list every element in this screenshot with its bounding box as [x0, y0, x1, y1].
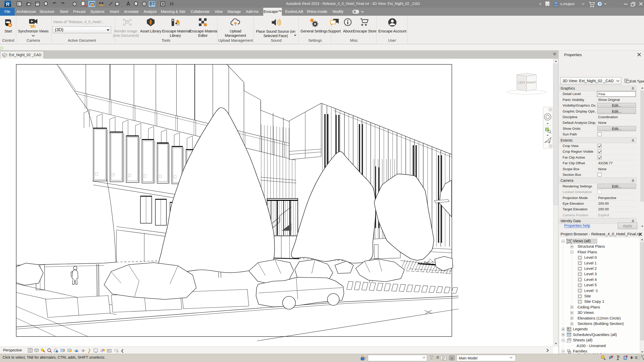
- svg-text:LEFT: LEFT: [518, 81, 526, 85]
- svg-text:FRONT: FRONT: [527, 81, 536, 84]
- svg-text:PDF: PDF: [83, 5, 88, 7]
- svg-text:s.mujovi: s.mujovi: [560, 2, 574, 6]
- svg-text:?: ?: [598, 2, 601, 6]
- svg-text:R: R: [6, 2, 10, 7]
